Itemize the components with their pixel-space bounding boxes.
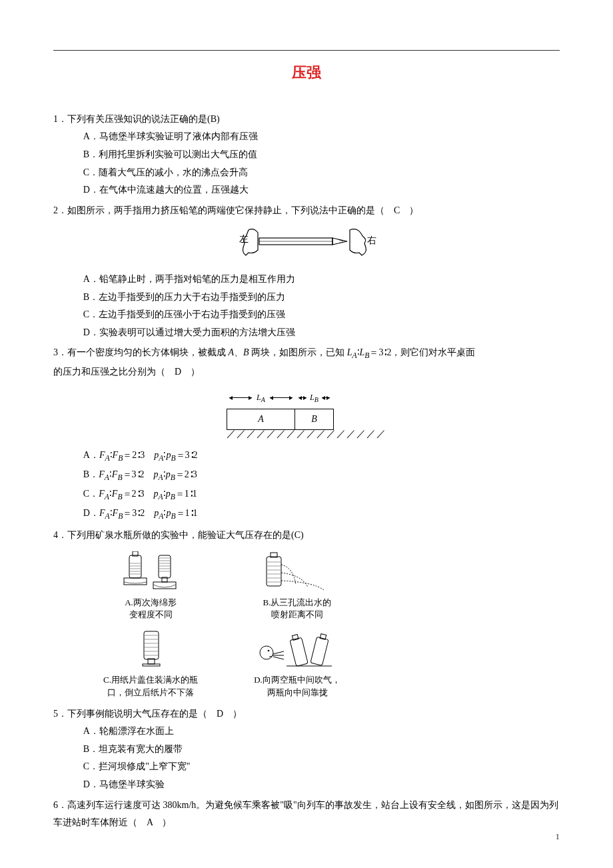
three-hole-bottle-icon <box>257 551 337 593</box>
q5-stem: 5．下列事例能说明大气压存在的是（ D ） <box>53 705 560 723</box>
q3-stem: 3．有一个密度均匀的长方体铜块，被截成 A、B 两块，如图所示，已知 LA∶LB… <box>53 344 560 363</box>
svg-rect-3 <box>129 555 141 578</box>
q2-option-c: C．左边手指受到的压强小于右边手指受到的压强 <box>83 306 560 324</box>
q4-cap-a1: A.两次海绵形 <box>84 597 217 609</box>
block-table: LA LB A <box>227 388 334 430</box>
inverted-bottle-card-icon <box>131 629 171 670</box>
q2-option-b: B．左边手指受到的压力大于右边手指受到的压力 <box>83 289 560 307</box>
q3-stem-c: 两块，如图所示，已知 <box>249 347 347 357</box>
q3-stem-line2: 的压力和压强之比分别为（ D ） <box>53 363 560 381</box>
q3-option-d: D．FA∶FB＝3∶2 pA∶pB＝1∶1 <box>53 505 560 524</box>
svg-rect-11 <box>159 555 171 578</box>
svg-line-39 <box>273 651 284 654</box>
q2-stem: 2．如图所示，两手指用力挤压铅笔的两端使它保持静止，下列说法中正确的是（ C ） <box>53 202 560 220</box>
right-label: 右 <box>367 235 376 245</box>
document-title: 压强 <box>53 59 560 87</box>
q1-option-c: C．随着大气压的减小，水的沸点会升高 <box>83 164 560 182</box>
svg-point-37 <box>260 646 273 659</box>
q5-options: A．轮船漂浮在水面上 B．坦克装有宽大的履带 C．拦河坝修成"上窄下宽" D．马… <box>53 723 560 793</box>
q5-option-d: D．马德堡半球实验 <box>83 776 560 794</box>
svg-rect-19 <box>153 582 176 589</box>
q4-cap-a2: 变程度不同 <box>84 609 217 621</box>
q1-stem: 1．下列有关压强知识的说法正确的是(B) <box>53 111 560 129</box>
q3-figure: LA LB A <box>53 385 560 443</box>
q2-option-a: A．铅笔静止时，两手指对铅笔的压力是相互作用力 <box>83 271 560 289</box>
top-rule <box>53 50 560 51</box>
sponge-bottle-icon <box>117 551 184 593</box>
left-label: 左 <box>239 234 249 244</box>
svg-rect-36 <box>143 664 160 666</box>
q1-option-b: B．利用托里拆利实验可以测出大气压的值 <box>83 146 560 164</box>
pencil-icon: 左 右 <box>237 223 376 260</box>
block-b-cell: B <box>295 409 334 429</box>
q4-cap-c1: C.用纸片盖住装满水的瓶 <box>84 674 217 686</box>
question-2: 2．如图所示，两手指用力挤压铅笔的两端使它保持静止，下列说法中正确的是（ C ）… <box>53 202 560 342</box>
page: 压强 1．下列有关压强知识的说法正确的是(B) A．马德堡半球实验证明了液体内部… <box>0 0 613 861</box>
q4-exp-c: C.用纸片盖住装满水的瓶 口，倒立后纸片不下落 <box>84 629 217 698</box>
q3-stem-d: ＝3∶2，则它们对水平桌面 <box>369 347 475 357</box>
q5-option-a: A．轮船漂浮在水面上 <box>83 723 560 741</box>
svg-rect-42 <box>290 638 308 667</box>
svg-rect-28 <box>144 631 159 659</box>
q5-option-b: B．坦克装有宽大的履带 <box>83 741 560 759</box>
q3-stem-a: 3．有一个密度均匀的长方体铜块，被截成 <box>53 347 229 357</box>
svg-point-38 <box>268 650 270 652</box>
q1-options: A．马德堡半球实验证明了液体内部有压强 B．利用托里拆利实验可以测出大气压的值 … <box>53 128 560 199</box>
q2-figure: 左 右 <box>53 223 560 267</box>
svg-rect-20 <box>267 557 281 586</box>
q4-cap-b2: 喷射距离不同 <box>231 609 364 621</box>
q4-experiment-grid: A.两次海绵形 变程度不同 B.从三孔流出水的 <box>84 551 560 699</box>
question-6: 6．高速列车运行速度可达 380km/h。为避免候车乘客被"吸"向列车的事故发生… <box>53 797 560 832</box>
question-5: 5．下列事例能说明大气压存在的是（ D ） A．轮船漂浮在水面上 B．坦克装有宽… <box>53 705 560 794</box>
question-1: 1．下列有关压强知识的说法正确的是(B) A．马德堡半球实验证明了液体内部有压强… <box>53 111 560 199</box>
ground-hatch-icon: ／／／／／／／／／／／／／／／／ <box>227 430 386 437</box>
page-number: 1 <box>556 829 560 845</box>
q1-option-d: D．在气体中流速越大的位置，压强越大 <box>83 181 560 199</box>
q4-cap-d1: D.向两空瓶中间吹气， <box>231 674 364 686</box>
q6-stem: 6．高速列车运行速度可达 380km/h。为避免候车乘客被"吸"向列车的事故发生… <box>53 797 560 832</box>
q3-option-a: A．FA∶FB＝2∶3 pA∶pB＝3∶2 <box>53 447 560 466</box>
q4-cap-b1: B.从三孔流出水的 <box>231 597 364 609</box>
q4-cap-c2: 口，倒立后纸片不下落 <box>84 687 217 699</box>
svg-rect-10 <box>124 578 147 585</box>
q5-option-c: C．拦河坝修成"上窄下宽" <box>83 758 560 776</box>
q4-exp-b: B.从三孔流出水的 喷射距离不同 <box>231 551 364 621</box>
block-a-cell: A <box>227 409 295 429</box>
svg-line-41 <box>273 657 284 659</box>
q2-options: A．铅笔静止时，两手指对铅笔的压力是相互作用力 B．左边手指受到的压力大于右边手… <box>53 271 560 341</box>
blow-between-bottles-icon <box>257 629 337 670</box>
q4-exp-d: D.向两空瓶中间吹气， 两瓶向中间靠拢 <box>231 629 364 698</box>
q4-exp-a: A.两次海绵形 变程度不同 <box>84 551 217 621</box>
question-4: 4．下列用矿泉水瓶所做的实验中，能验证大气压存在的是(C) <box>53 527 560 698</box>
svg-rect-44 <box>310 637 328 666</box>
question-3: 3．有一个密度均匀的长方体铜块，被截成 A、B 两块，如图所示，已知 LA∶LB… <box>53 344 560 524</box>
q4-cap-d2: 两瓶向中间靠拢 <box>231 687 364 699</box>
q2-option-d: D．实验表明可以通过增大受力面积的方法增大压强 <box>83 324 560 342</box>
q4-stem: 4．下列用矿泉水瓶所做的实验中，能验证大气压存在的是(C) <box>53 527 560 545</box>
q3-option-c: C．FA∶FB＝2∶3 pA∶pB＝1∶1 <box>53 485 560 505</box>
q1-option-a: A．马德堡半球实验证明了液体内部有压强 <box>83 128 560 146</box>
q3-stem-b: 、 <box>234 347 243 357</box>
q3-option-b: B．FA∶FB＝3∶2 pA∶pB＝2∶3 <box>53 466 560 485</box>
